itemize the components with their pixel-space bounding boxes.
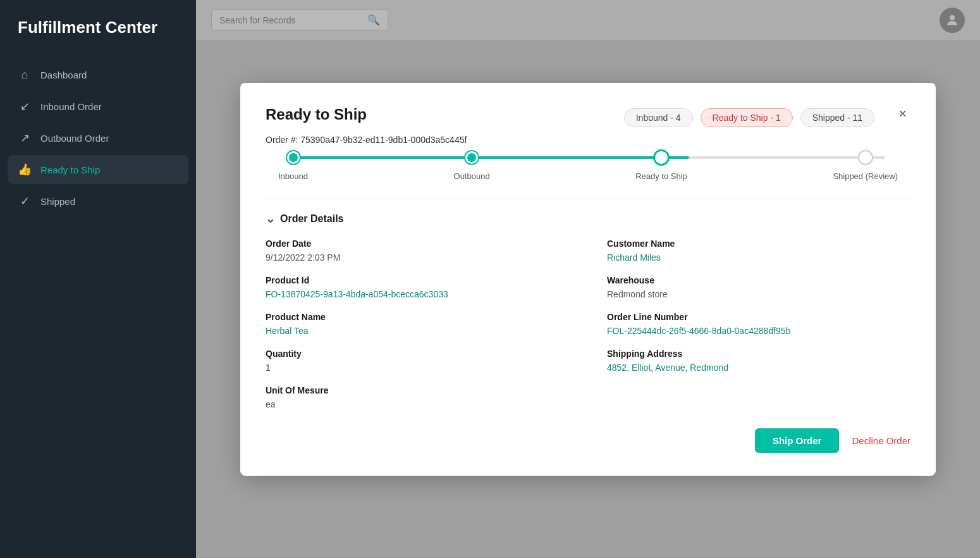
field-unit-of-measure: Unit Of Mesure ea [266,385,569,409]
order-number: Order #: 75390a47-9b32-ed11-9db1-000d3a5… [266,135,910,145]
step-inbound: Inbound [278,151,308,181]
main-area: 🔍 Ready to Ship Inbound - 4 Ready to Shi… [196,0,980,558]
ship-order-button[interactable]: Ship Order [755,428,840,453]
value-product-name: Herbal Tea [266,326,569,336]
step-outbound: Outbound [454,151,490,181]
decline-order-button[interactable]: Decline Order [852,435,910,446]
progress-steps: Inbound Outbound Ready to Ship Ship [278,151,898,181]
divider [266,199,910,199]
value-warehouse: Redmond store [607,289,910,299]
value-quantity: 1 [266,363,569,373]
step-label-outbound: Outbound [454,171,490,181]
label-order-date: Order Date [266,239,569,249]
label-unit-of-measure: Unit Of Mesure [266,385,569,395]
field-warehouse: Warehouse Redmond store [607,275,910,299]
sidebar-item-outbound-order[interactable]: ↗ Outbound Order [8,123,188,152]
step-ready-to-ship: Ready to Ship [635,151,687,181]
field-shipping-address: Shipping Address 4852, Elliot, Avenue, R… [607,349,910,373]
field-order-date: Order Date 9/12/2022 2:03 PM [266,239,569,263]
step-dot-inbound [287,151,300,164]
step-dot-ready [655,151,668,164]
close-button[interactable]: × [895,106,910,122]
modal-actions: Ship Order Decline Order [266,428,910,453]
order-details-toggle[interactable]: ⌄ Order Details [266,212,910,226]
app-title: Fulfillment Center [0,0,196,60]
label-customer-name: Customer Name [607,239,910,249]
modal-overlay: Ready to Ship Inbound - 4 Ready to Ship … [196,0,980,558]
sidebar-label-shipped: Shipped [40,196,75,207]
modal-header: Ready to Ship Inbound - 4 Ready to Ship … [266,106,910,127]
chevron-down-icon: ⌄ [266,212,275,226]
sidebar-label-ready-to-ship: Ready to Ship [40,164,100,175]
value-product-id: FO-13870425-9a13-4bda-a054-bcecca6c3033 [266,289,569,299]
details-right: Customer Name Richard Miles Warehouse Re… [607,239,910,409]
step-label-ready: Ready to Ship [635,171,687,181]
sidebar: Fulfillment Center ⌂ Dashboard ↙ Inbound… [0,0,196,558]
field-product-name: Product Name Herbal Tea [266,312,569,336]
value-shipping-address: 4852, Elliot, Avenue, Redmond [607,363,910,373]
pill-shipped[interactable]: Shipped - 11 [800,108,874,127]
sidebar-item-shipped[interactable]: ✓ Shipped [8,187,188,216]
value-order-line-number: FOL-225444dc-26f5-4666-8da0-0ac4288df95b [607,326,910,336]
modal-title-area: Ready to Ship [266,106,367,123]
step-dot-outbound [465,151,478,164]
thumbsup-icon: 👍 [18,163,32,177]
details-grid: Order Date 9/12/2022 2:03 PM Product Id … [266,239,910,409]
modal-title: Ready to Ship [266,106,367,123]
field-customer-name: Customer Name Richard Miles [607,239,910,263]
check-icon: ✓ [18,194,32,208]
step-label-inbound: Inbound [278,171,308,181]
field-product-id: Product Id FO-13870425-9a13-4bda-a054-bc… [266,275,569,299]
value-customer-name: Richard Miles [607,252,910,263]
sidebar-nav: ⌂ Dashboard ↙ Inbound Order ↗ Outbound O… [0,60,196,216]
pill-inbound[interactable]: Inbound - 4 [624,108,693,127]
field-quantity: Quantity 1 [266,349,569,373]
sidebar-item-dashboard[interactable]: ⌂ Dashboard [8,60,188,89]
sidebar-label-dashboard: Dashboard [40,70,87,80]
status-pills: Inbound - 4 Ready to Ship - 1 Shipped - … [624,108,874,127]
sidebar-item-ready-to-ship[interactable]: 👍 Ready to Ship [8,155,188,184]
sidebar-label-outbound: Outbound Order [40,133,109,144]
label-product-name: Product Name [266,312,569,322]
outbound-icon: ↗ [18,131,32,145]
progress-container: Inbound Outbound Ready to Ship Ship [266,156,910,181]
header-right: Inbound - 4 Ready to Ship - 1 Shipped - … [624,106,910,127]
order-details-label: Order Details [280,213,343,225]
sidebar-label-inbound: Inbound Order [40,101,102,112]
step-dot-shipped [859,151,872,164]
label-warehouse: Warehouse [607,275,910,285]
home-icon: ⌂ [18,68,32,82]
field-order-line-number: Order Line Number FOL-225444dc-26f5-4666… [607,312,910,336]
step-shipped: Shipped (Review) [833,151,898,181]
label-product-id: Product Id [266,275,569,285]
value-order-date: 9/12/2022 2:03 PM [266,252,569,263]
label-order-line-number: Order Line Number [607,312,910,322]
modal: Ready to Ship Inbound - 4 Ready to Ship … [240,83,936,476]
label-shipping-address: Shipping Address [607,349,910,359]
inbound-icon: ↙ [18,99,32,113]
value-unit-of-measure: ea [266,399,569,409]
details-left: Order Date 9/12/2022 2:03 PM Product Id … [266,239,569,409]
pill-ready-to-ship[interactable]: Ready to Ship - 1 [701,108,793,127]
step-label-shipped: Shipped (Review) [833,171,898,181]
label-quantity: Quantity [266,349,569,359]
sidebar-item-inbound-order[interactable]: ↙ Inbound Order [8,92,188,121]
